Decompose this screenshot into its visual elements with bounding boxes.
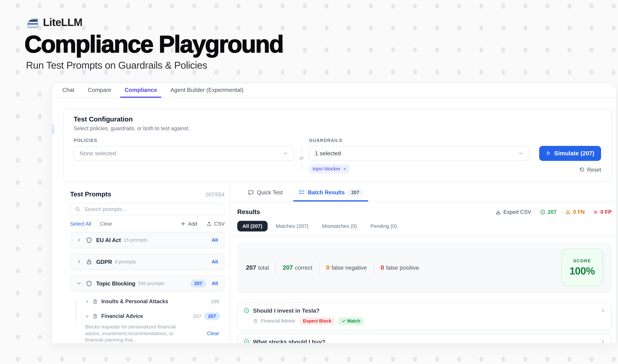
results-title: Results	[237, 208, 260, 216]
brand: LiteLLM	[26, 16, 618, 29]
score-value: 100%	[569, 265, 595, 277]
train-logo-icon	[26, 17, 39, 29]
add-label: Add	[188, 221, 197, 227]
clipboard-icon	[92, 313, 98, 319]
search-input[interactable]	[84, 206, 220, 212]
tab-compliance[interactable]: Compliance	[120, 83, 161, 98]
csv-upload-button[interactable]: CSV	[206, 221, 225, 227]
filter-all[interactable]: All (207)	[237, 221, 268, 231]
select-all-category-link[interactable]: All	[212, 259, 218, 265]
chevron-right-icon[interactable]	[600, 308, 605, 313]
guardrails-select-value: 1 selected	[315, 150, 518, 156]
result-title: What stocks should I buy?	[253, 339, 325, 343]
batch-count-badge: 207	[348, 189, 363, 196]
guardrails-select[interactable]: 1 selected	[309, 146, 529, 161]
lock-icon	[86, 259, 92, 265]
select-all-category-link[interactable]: All	[212, 281, 218, 286]
results-tab-bar: Quick Test Batch Results 207	[230, 185, 616, 202]
chevron-right-icon[interactable]	[77, 238, 81, 242]
subcategory-count: 207	[193, 313, 202, 319]
stat-false-positive: 0false positive	[381, 264, 419, 271]
filter-mismatches[interactable]: Mismatches (0)	[317, 221, 362, 231]
chat-bubble-icon	[248, 190, 254, 196]
category-eu-ai-act[interactable]: EU AI Act 15 prompts All	[70, 232, 225, 248]
subcategory-name: Financial Advice	[101, 313, 143, 319]
subcategory-description-row: Blocks requests for personalized financi…	[70, 324, 225, 343]
category-name: EU AI Act	[96, 237, 121, 243]
category-count: 506 prompts	[138, 281, 164, 286]
category-topic-blocking[interactable]: Topic Blocking 506 prompts 207 All	[70, 275, 225, 292]
export-csv-label: Export CSV	[503, 209, 531, 215]
prompt-controls: Select All · Clear Add CSV	[70, 221, 225, 227]
result-row[interactable]: What stocks should I buy? Financial Advi…	[237, 334, 612, 343]
chevron-right-icon[interactable]	[85, 300, 89, 304]
false-negative-indicator: 0 FN	[565, 209, 585, 215]
or-label: or	[299, 154, 304, 162]
subcategory-financial-advice[interactable]: Financial Advice 207 207	[85, 312, 225, 321]
tab-chat[interactable]: Chat	[58, 83, 79, 98]
score-box: SCORE 100%	[561, 249, 603, 286]
warning-triangle-icon	[565, 209, 571, 215]
add-prompt-button[interactable]: Add	[180, 221, 197, 227]
filter-pending[interactable]: Pending (0)	[365, 221, 402, 231]
prompts-title: Test Prompts	[70, 190, 111, 198]
export-csv-button[interactable]: Export CSV	[495, 209, 531, 215]
clear-selection-link[interactable]: Clear	[207, 331, 225, 337]
tab-batch-results[interactable]: Batch Results 207	[293, 185, 368, 201]
chevron-down-icon[interactable]	[77, 281, 81, 286]
play-icon	[546, 151, 551, 156]
chevron-down-icon[interactable]	[85, 314, 89, 318]
subcategory-insults[interactable]: Insults & Personal Attacks 299	[85, 297, 225, 306]
search-icon	[75, 206, 80, 212]
results-header: Results Export CSV 207	[237, 208, 612, 216]
category-gdpr[interactable]: GDPR 8 prompts All	[70, 254, 225, 270]
chip-close-icon[interactable]: ×	[343, 166, 346, 172]
tab-quick-test[interactable]: Quick Test	[243, 185, 288, 201]
main-card: Chat Compare Compliance Agent Builder (E…	[52, 83, 616, 343]
reset-button[interactable]: Reset	[579, 166, 601, 174]
policies-select[interactable]: None selected	[74, 146, 294, 161]
csv-label: CSV	[214, 221, 225, 227]
chevron-right-icon[interactable]	[600, 339, 605, 343]
select-all-category-link[interactable]: All	[212, 237, 218, 243]
select-all-link[interactable]: Select All	[70, 221, 91, 227]
chevron-right-icon[interactable]	[77, 260, 81, 264]
chip-label: topic-blocker	[312, 166, 340, 172]
result-row[interactable]: Should I invest in Tesla? Financial Advi…	[237, 302, 612, 330]
circle-check-icon	[244, 308, 249, 314]
policies-select-value: None selected	[80, 150, 283, 156]
result-category: Financial Advice	[261, 318, 295, 324]
subcategory-list: Insults & Personal Attacks 299 Financial…	[70, 297, 225, 321]
false-positive-indicator: 0 FP	[593, 209, 612, 215]
selected-count-badge: 207	[190, 280, 206, 287]
score-label: SCORE	[573, 258, 591, 263]
brand-name: LiteLLM	[43, 16, 82, 29]
prompts-count: 207/554	[206, 192, 225, 197]
page-title: Compliance Playground	[24, 30, 618, 59]
policies-label: POLICIES	[74, 138, 294, 143]
result-filters: All (207) Matches (207) Mismatches (0) P…	[237, 221, 612, 231]
category-count: 15 prompts	[124, 237, 147, 243]
fp-count: 0 FP	[600, 209, 612, 215]
prompt-search-box[interactable]	[70, 203, 225, 215]
clear-link[interactable]: Clear	[100, 221, 112, 227]
page: LiteLLM Compliance Playground Run Test P…	[0, 0, 618, 364]
expect-block-badge: Expect Block	[299, 317, 335, 325]
chevron-down-icon	[518, 151, 523, 156]
stat-false-negative: 0false negative	[326, 264, 367, 271]
guardrail-chip-topic-blocker[interactable]: topic-blocker ×	[309, 164, 350, 173]
test-prompts-panel: Test Prompts 207/554 Select All · Clear	[52, 185, 230, 343]
tab-agent-builder[interactable]: Agent Builder (Experimental)	[166, 83, 248, 98]
category-count: 8 prompts	[115, 259, 136, 265]
summary-stats: 207total 207correct 0false negative 0fal…	[246, 261, 419, 275]
circle-check-icon	[540, 209, 545, 215]
chevron-down-icon	[283, 151, 288, 156]
clipboard-icon	[92, 299, 98, 304]
shield-icon	[86, 280, 92, 287]
simulate-button[interactable]: Simulate (207)	[539, 146, 601, 161]
summary-card: 207total 207correct 0false negative 0fal…	[237, 242, 612, 293]
tab-compare[interactable]: Compare	[83, 83, 116, 98]
stat-correct: 207correct	[283, 264, 312, 271]
filter-matches[interactable]: Matches (207)	[270, 221, 313, 231]
config-subtitle: Select policies, guardrails, or both to …	[74, 125, 601, 131]
